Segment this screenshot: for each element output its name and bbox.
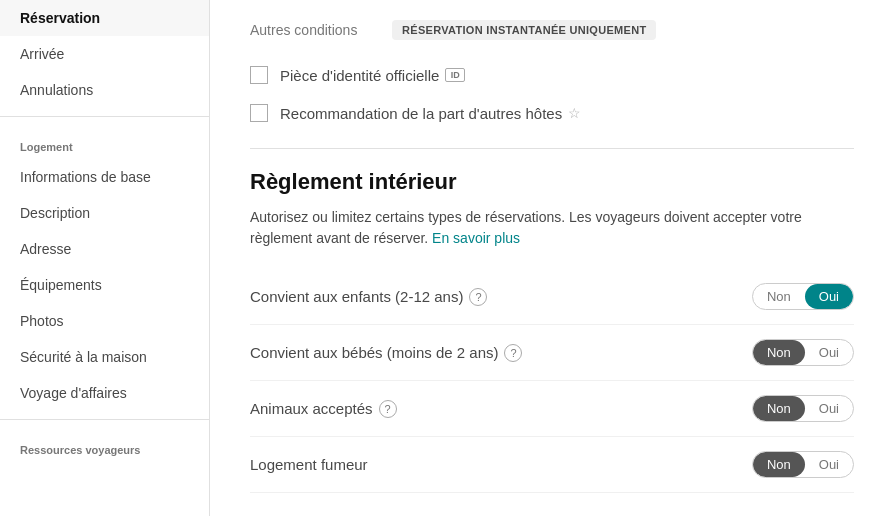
sidebar-item-description[interactable]: Description [0,195,209,231]
toggle-label-fumeur: Logement fumeur [250,456,368,473]
main-content: Autres conditions RÉSERVATION INSTANTANÉ… [210,0,894,516]
sidebar-item-informations[interactable]: Informations de base [0,159,209,195]
id-badge-icon: ID [445,68,465,82]
toggle-non-fumeur[interactable]: Non [753,452,805,477]
sidebar-divider-2 [0,419,209,420]
toggle-switch-fumeur[interactable]: NonOui [752,451,854,478]
toggle-label-bebes: Convient aux bébés (moins de 2 ans)? [250,344,522,362]
sidebar-item-equipements[interactable]: Équipements [0,267,209,303]
sidebar: Réservation Arrivée Annulations Logement… [0,0,210,516]
help-icon-bebes[interactable]: ? [504,344,522,362]
autres-conditions-label: Autres conditions [250,22,380,38]
toggle-non-enfants[interactable]: Non [753,284,805,309]
help-icon-enfants[interactable]: ? [469,288,487,306]
sidebar-item-photos[interactable]: Photos [0,303,209,339]
checkbox-row-identite: Pièce d'identité officielle ID [250,56,854,94]
autres-conditions-row: Autres conditions RÉSERVATION INSTANTANÉ… [250,0,854,56]
toggle-oui-animaux[interactable]: Oui [805,396,853,421]
toggle-oui-enfants[interactable]: Oui [805,284,853,309]
sidebar-item-adresse[interactable]: Adresse [0,231,209,267]
sidebar-item-securite[interactable]: Sécurité à la maison [0,339,209,375]
toggle-rows-container: Convient aux enfants (2-12 ans)?NonOuiCo… [250,269,854,493]
toggle-oui-fumeur[interactable]: Oui [805,452,853,477]
star-icon: ☆ [568,105,581,121]
toggle-row-fumeur: Logement fumeurNonOui [250,437,854,493]
help-icon-animaux[interactable]: ? [379,400,397,418]
reglement-title: Règlement intérieur [250,169,854,195]
reservation-instantanee-badge: RÉSERVATION INSTANTANÉE UNIQUEMENT [392,20,656,40]
sidebar-section-logement: Logement [0,125,209,159]
section-divider [250,148,854,149]
en-savoir-plus-link[interactable]: En savoir plus [432,230,520,246]
toggle-label-enfants: Convient aux enfants (2-12 ans)? [250,288,487,306]
toggle-oui-bebes[interactable]: Oui [805,340,853,365]
sidebar-item-arrivee[interactable]: Arrivée [0,36,209,72]
reglement-desc: Autorisez ou limitez certains types de r… [250,207,854,249]
checkbox-row-recommandation: Recommandation de la part d'autres hôtes… [250,94,854,132]
toggle-row-animaux: Animaux acceptés?NonOui [250,381,854,437]
toggle-label-animaux: Animaux acceptés? [250,400,397,418]
checkbox-recommandation-label: Recommandation de la part d'autres hôtes… [280,105,581,122]
sidebar-divider [0,116,209,117]
checkbox-recommandation[interactable] [250,104,268,122]
toggle-row-enfants: Convient aux enfants (2-12 ans)?NonOui [250,269,854,325]
toggle-row-bebes: Convient aux bébés (moins de 2 ans)?NonO… [250,325,854,381]
toggle-switch-enfants[interactable]: NonOui [752,283,854,310]
sidebar-item-voyage[interactable]: Voyage d'affaires [0,375,209,411]
sidebar-item-annulations[interactable]: Annulations [0,72,209,108]
toggle-non-bebes[interactable]: Non [753,340,805,365]
sidebar-item-reservation[interactable]: Réservation [0,0,209,36]
toggle-switch-bebes[interactable]: NonOui [752,339,854,366]
checkbox-identite-label: Pièce d'identité officielle ID [280,67,465,84]
sidebar-section-ressources: Ressources voyageurs [0,428,209,462]
toggle-non-animaux[interactable]: Non [753,396,805,421]
checkbox-identite[interactable] [250,66,268,84]
toggle-switch-animaux[interactable]: NonOui [752,395,854,422]
